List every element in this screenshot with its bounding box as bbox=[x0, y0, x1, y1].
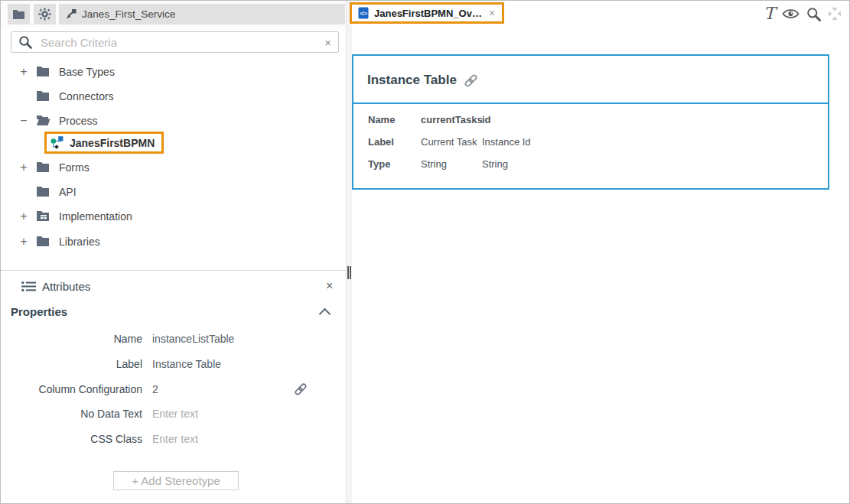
folder-closed-icon bbox=[36, 161, 50, 173]
folder-closed-icon bbox=[36, 236, 50, 247]
folder-implementation-icon bbox=[36, 210, 50, 222]
cell-value: Instance Id bbox=[482, 136, 531, 148]
folder-icon bbox=[12, 9, 25, 20]
field-input-css-class[interactable]: Enter text bbox=[152, 433, 198, 445]
field-value-name[interactable]: instanceListTable bbox=[152, 333, 234, 345]
search-box: × bbox=[11, 31, 339, 53]
table-row: Label Current Task Instance Id bbox=[353, 136, 828, 150]
field-input-no-data-text[interactable]: Enter text bbox=[152, 408, 198, 420]
service-tab[interactable]: Janes_First_Service bbox=[59, 4, 345, 24]
annotation-highlight: JanesFirstBPMN bbox=[44, 132, 164, 154]
cell-value: Current Task bbox=[421, 136, 477, 148]
tree-item-label: API bbox=[59, 185, 77, 199]
tree-item-base-types[interactable]: + Base Types bbox=[1, 60, 346, 83]
attributes-list-icon bbox=[21, 281, 36, 292]
settings-button[interactable] bbox=[34, 4, 56, 24]
editor-tab-label: JanesFirstBPMN_Ov… bbox=[374, 8, 482, 19]
folder-closed-icon bbox=[36, 66, 50, 77]
cell-value: String bbox=[421, 158, 447, 170]
editor-panel: </> JanesFirstBPMN_Ov… × T bbox=[352, 1, 849, 503]
navigator-toolbar: Janes_First_Service bbox=[1, 1, 346, 28]
folder-open-icon bbox=[36, 115, 50, 126]
expand-plus-icon[interactable]: + bbox=[18, 160, 30, 175]
tree-item-libraries[interactable]: + Libraries bbox=[1, 230, 346, 253]
search-icon bbox=[18, 35, 32, 49]
tree-item-label: Forms bbox=[59, 161, 90, 174]
collapse-chevron-icon[interactable] bbox=[319, 308, 331, 320]
tree-item-implementation[interactable]: + Implementation bbox=[1, 205, 346, 228]
cell-value: currentTasks bbox=[421, 114, 483, 125]
search-input[interactable] bbox=[39, 35, 324, 50]
field-label-column-configuration: Column Configuration bbox=[1, 383, 142, 395]
row-label: Name bbox=[368, 114, 395, 125]
expand-plus-icon[interactable]: + bbox=[18, 234, 30, 249]
service-icon bbox=[66, 9, 77, 19]
code-file-icon: </> bbox=[358, 7, 369, 19]
app-window: Janes_First_Service × + Base Types bbox=[0, 0, 850, 504]
properties-section-header[interactable]: Properties bbox=[11, 305, 67, 318]
preview-eye-icon[interactable] bbox=[782, 8, 800, 20]
attributes-close-icon[interactable]: × bbox=[326, 279, 333, 293]
table-row: Type String String bbox=[353, 158, 828, 172]
panel-splitter[interactable] bbox=[347, 1, 352, 503]
field-label-name: Name bbox=[1, 333, 142, 345]
field-value-label[interactable]: Instance Table bbox=[152, 358, 221, 370]
field-label-label: Label bbox=[1, 358, 142, 370]
canvas-toolbar: T bbox=[764, 4, 842, 24]
tree-item-api[interactable]: API bbox=[1, 180, 346, 203]
field-value-column-configuration[interactable]: 2 bbox=[152, 383, 158, 395]
open-project-button[interactable] bbox=[8, 4, 30, 24]
tree-item-forms[interactable]: + Forms bbox=[1, 156, 346, 179]
widget-title-text: Instance Table bbox=[367, 73, 457, 88]
search-clear-icon[interactable]: × bbox=[324, 37, 331, 48]
widget-title-divider bbox=[353, 102, 828, 104]
folder-closed-icon bbox=[36, 186, 50, 197]
navigator-panel: Janes_First_Service × + Base Types bbox=[1, 1, 347, 503]
expand-plus-icon[interactable]: + bbox=[18, 209, 30, 224]
widget-title: Instance Table bbox=[367, 73, 478, 88]
tree-item-connectors[interactable]: Connectors bbox=[1, 85, 346, 108]
tree-item-label: Libraries bbox=[59, 235, 100, 249]
text-tool-icon[interactable]: T bbox=[764, 5, 775, 23]
tree-item-label: Base Types bbox=[59, 65, 115, 79]
cell-value: id bbox=[482, 114, 491, 125]
tree-item-label: JanesFirstBPMN bbox=[70, 137, 155, 149]
attributes-panel-title: Attributes bbox=[42, 280, 90, 293]
tab-close-icon[interactable]: × bbox=[489, 7, 495, 19]
collapse-minus-icon[interactable]: − bbox=[18, 113, 30, 128]
tree-item-janesfirstbpmn[interactable]: JanesFirstBPMN bbox=[1, 132, 346, 154]
expand-plus-icon[interactable]: + bbox=[18, 64, 30, 80]
svg-text:</>: </> bbox=[360, 11, 367, 16]
instance-table-widget[interactable]: Instance Table Name currentTasks id bbox=[352, 54, 829, 190]
field-label-css-class: CSS Class bbox=[1, 433, 142, 445]
tree-item-process[interactable]: − Process bbox=[1, 109, 346, 132]
tree-item-label: Implementation bbox=[59, 210, 132, 223]
link-icon[interactable] bbox=[464, 73, 478, 88]
fit-icon[interactable] bbox=[828, 7, 842, 21]
gear-icon bbox=[38, 8, 51, 21]
row-label: Type bbox=[368, 158, 390, 170]
add-stereotype-button[interactable]: + Add Stereotype bbox=[113, 471, 239, 490]
tree-item-label: Process bbox=[59, 114, 98, 128]
cell-value: String bbox=[482, 158, 508, 170]
service-tab-label: Janes_First_Service bbox=[82, 8, 175, 20]
panel-separator bbox=[1, 270, 346, 271]
editor-tab[interactable]: </> JanesFirstBPMN_Ov… × bbox=[350, 2, 504, 24]
link-icon[interactable] bbox=[294, 382, 308, 396]
bpmn-icon bbox=[50, 135, 64, 150]
tree-item-label: Connectors bbox=[59, 89, 114, 103]
field-label-no-data-text: No Data Text bbox=[1, 408, 142, 420]
folder-closed-icon bbox=[36, 90, 50, 102]
row-label: Label bbox=[368, 136, 394, 148]
zoom-icon[interactable] bbox=[806, 7, 821, 21]
table-row: Name currentTasks id bbox=[353, 114, 828, 128]
